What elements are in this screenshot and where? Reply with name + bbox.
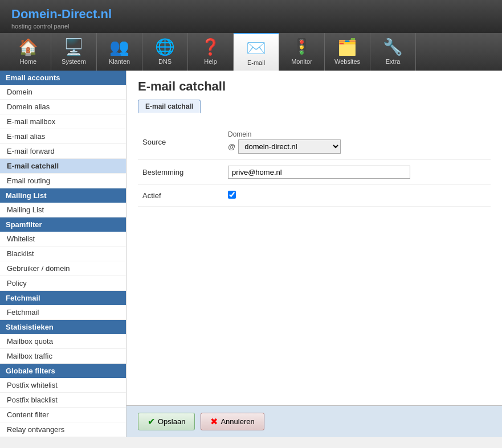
nav-email-label: E-mail (247, 59, 265, 66)
sidebar-item-email-routing[interactable]: Email routing (0, 174, 126, 188)
tab-email-catchall[interactable]: E-mail catchall (138, 100, 201, 113)
nav-dns[interactable]: DNS (142, 33, 188, 71)
main-layout: Email accounts Domein Domein alias E-mai… (0, 71, 502, 437)
nav-extra-label: Extra (386, 58, 401, 65)
sidebar-item-content-filter[interactable]: Content filter (0, 408, 126, 422)
source-label: Source (138, 125, 223, 160)
sidebar-item-mailing-list[interactable]: Mailing List (0, 203, 126, 217)
cancel-label: Annuleren (221, 417, 254, 426)
sidebar-item-gebruiker-domein[interactable]: Gebruiker / domein (0, 261, 126, 276)
domain-select[interactable]: domein-direct.nl (238, 139, 341, 154)
actief-checkbox[interactable] (228, 191, 236, 199)
nav-home[interactable]: Home (6, 33, 51, 71)
sidebar: Email accounts Domein Domein alias E-mai… (0, 71, 126, 437)
nav-extra[interactable]: Extra (370, 33, 416, 71)
sidebar-section-fetchmail: Fetchmail (0, 291, 126, 305)
sidebar-item-domein-alias[interactable]: Domein alias (0, 100, 126, 114)
sidebar-item-fetchmail[interactable]: Fetchmail (0, 305, 126, 320)
sidebar-section-spamfilter: Spamfilter (0, 217, 126, 232)
save-label: Opslaan (158, 417, 185, 426)
sidebar-item-whitelist[interactable]: Whitelist (0, 232, 126, 246)
extra-icon (383, 38, 403, 56)
source-domain-group: Domein @ domein-direct.nl (228, 130, 486, 154)
source-field: @ domein-direct.nl (228, 139, 486, 154)
klanten-icon (109, 38, 129, 56)
help-icon (201, 38, 221, 56)
sidebar-section-statistieken: Statisistieken (0, 320, 126, 334)
form-row-bestemming: Bestemming (138, 160, 491, 185)
ok-icon: ✔ (148, 416, 155, 427)
at-sign: @ (228, 142, 235, 151)
nav-klanten[interactable]: Klanten (97, 33, 142, 71)
nav-help-label: Help (204, 58, 217, 65)
email-icon (246, 39, 266, 57)
sidebar-item-email-mailbox[interactable]: E-mail mailbox (0, 114, 126, 129)
sidebar-section-email-accounts: Email accounts (0, 71, 126, 85)
nav-bar: Home Systeem Klanten DNS Help E-mail Mon… (0, 33, 502, 71)
nav-websites-label: Websites (334, 58, 360, 65)
title-part2: nl (100, 7, 112, 21)
title-part1: Domein-Direct. (11, 7, 100, 21)
cancel-button[interactable]: ✖ Annuleren (201, 413, 264, 430)
sidebar-section-globale-filters: Globale filters (0, 364, 126, 378)
dns-icon (155, 38, 175, 56)
home-icon (18, 38, 38, 56)
sidebar-item-mailbox-traffic[interactable]: Mailbox traffic (0, 349, 126, 364)
sidebar-item-postfix-whitelist[interactable]: Postfix whitelist (0, 378, 126, 393)
site-subtitle: hosting control panel (11, 23, 491, 30)
nav-help[interactable]: Help (188, 33, 234, 71)
sidebar-item-mailbox-quota[interactable]: Mailbox quota (0, 334, 126, 349)
domain-label: Domein (228, 130, 486, 138)
bestemming-label: Bestemming (138, 160, 223, 185)
site-title: Domein-Direct.nl (11, 7, 491, 22)
save-button[interactable]: ✔ Opslaan (138, 413, 195, 430)
form-row-actief: Actief (138, 185, 491, 207)
tab-bar: E-mail catchall (138, 100, 491, 113)
form-table: Source Domein @ domein-direct.nl (138, 125, 491, 207)
sidebar-item-email-catchall[interactable]: E-mail catchall (0, 159, 126, 174)
nav-systeem[interactable]: Systeem (51, 33, 97, 71)
source-field-cell: Domein @ domein-direct.nl (223, 125, 491, 160)
sidebar-item-blacklist[interactable]: Blacklist (0, 246, 126, 261)
nav-websites[interactable]: Websites (325, 33, 370, 71)
websites-icon (337, 38, 357, 56)
main-content: E-mail catchall E-mail catchall Source D… (126, 71, 502, 405)
page-title: E-mail catchall (138, 79, 491, 94)
sidebar-item-email-forward[interactable]: E-mail forward (0, 144, 126, 159)
sidebar-item-relay-ontvangers[interactable]: Relay ontvangers (0, 422, 126, 437)
nav-home-label: Home (20, 58, 36, 65)
bestemming-field-cell (223, 160, 491, 185)
sidebar-item-postfix-blacklist[interactable]: Postfix blacklist (0, 393, 126, 408)
sidebar-item-policy[interactable]: Policy (0, 276, 126, 291)
header: Domein-Direct.nl hosting control panel (0, 0, 502, 33)
bestemming-input[interactable] (228, 166, 410, 179)
sidebar-item-domein[interactable]: Domein (0, 85, 126, 100)
actief-label: Actief (138, 185, 223, 207)
nav-klanten-label: Klanten (109, 58, 130, 65)
actief-field-cell (223, 185, 491, 207)
footer: ✔ Opslaan ✖ Annuleren (126, 405, 502, 437)
nav-systeem-label: Systeem (62, 58, 86, 65)
cancel-icon: ✖ (210, 416, 218, 427)
form-row-source: Source Domein @ domein-direct.nl (138, 125, 491, 160)
systeem-icon (64, 38, 84, 56)
sidebar-section-mailing-list: Mailing List (0, 188, 126, 203)
monitor-icon (292, 38, 312, 56)
nav-monitor[interactable]: Monitor (279, 33, 325, 71)
sidebar-item-email-alias[interactable]: E-mail alias (0, 129, 126, 144)
nav-email[interactable]: E-mail (234, 33, 279, 71)
nav-monitor-label: Monitor (291, 58, 312, 65)
nav-dns-label: DNS (158, 58, 172, 65)
